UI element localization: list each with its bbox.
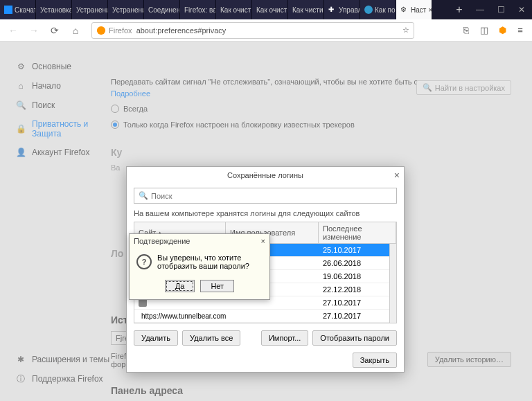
search-icon: 🔍: [139, 191, 148, 200]
question-icon: ?: [136, 254, 152, 269]
tab-9[interactable]: ✚Управл: [324, 0, 360, 19]
library-icon[interactable]: ⎘: [459, 23, 474, 38]
tab-favicon-icon: [4, 6, 12, 14]
settings-search-placeholder: Найти в настройках: [435, 84, 505, 92]
confirm-close-button[interactable]: ×: [261, 237, 265, 245]
confirm-dialog: Подтверждение × ? Вы уверены, что хотите…: [129, 233, 270, 300]
new-tab-button[interactable]: +: [449, 0, 470, 19]
dialog-close-button[interactable]: ×: [394, 170, 400, 181]
url-bar[interactable]: Firefox about:preferences#privacy ☆: [91, 22, 414, 39]
url-address: about:preferences#privacy: [136, 26, 402, 35]
table-row[interactable]: https://www.tunnelbear.com27.10.2017: [134, 310, 389, 323]
tracking-only-blocked[interactable]: Только когда Firefox настроен на блокиро…: [111, 119, 511, 131]
search-icon: 🔍: [15, 100, 26, 111]
tracking-more-link[interactable]: Подробнее: [111, 89, 150, 98]
sidebar-item-search[interactable]: 🔍Поиск: [15, 96, 111, 115]
tab-2[interactable]: Устранени: [72, 0, 108, 19]
settings-sidebar: ⚙Основные ⌂Начало 🔍Поиск 🔒Приватность и …: [0, 42, 111, 401]
tab-0[interactable]: Скачать: [0, 0, 36, 19]
home-button[interactable]: ⌂: [66, 21, 85, 39]
confirm-title: Подтверждение: [134, 237, 190, 245]
dialog-subtitle: На вашем компьютере хранятся логины для …: [134, 209, 397, 217]
close-dialog-button[interactable]: Закрыть: [353, 353, 397, 368]
tracking-always[interactable]: Всегда: [111, 103, 511, 115]
tab-6[interactable]: Как очист: [216, 0, 252, 19]
dialog-title-bar: Сохранённые логины ×: [127, 167, 404, 184]
extension-icon[interactable]: ⬢: [495, 23, 510, 38]
col-date[interactable]: Последнее изменение: [319, 222, 396, 243]
addressbar-section: Панель адреса: [111, 385, 511, 396]
remove-all-button[interactable]: Удалить все: [182, 330, 240, 346]
close-tab-icon[interactable]: ×: [426, 6, 432, 14]
cookies-heading: Ку: [111, 147, 511, 158]
help-icon: ⓘ: [15, 373, 26, 384]
svg-point-0: [97, 26, 105, 34]
bookmark-star-icon[interactable]: ☆: [402, 26, 409, 35]
sidebar-item-extensions[interactable]: ✱Расширения и темы: [15, 350, 109, 369]
gear-icon: ⚙: [15, 61, 26, 72]
show-passwords-button[interactable]: Отобразить пароли: [312, 330, 397, 346]
forward-button[interactable]: →: [25, 21, 43, 39]
minimize-button[interactable]: —: [470, 0, 490, 19]
tab-4[interactable]: Соединени: [144, 0, 180, 19]
nav-toolbar: ← → ⟳ ⌂ Firefox about:preferences#privac…: [0, 19, 532, 42]
sidebar-item-privacy[interactable]: 🔒Приватность и Защита: [15, 115, 111, 143]
sidebar-item-general[interactable]: ⚙Основные: [15, 57, 111, 76]
addressbar-heading: Панель адреса: [111, 385, 511, 396]
menu-icon[interactable]: ≡: [513, 23, 528, 38]
firefox-icon: [96, 26, 106, 35]
remove-button[interactable]: Удалить: [134, 330, 178, 346]
import-button[interactable]: Импорт...: [261, 330, 308, 346]
scrollbar[interactable]: [389, 244, 396, 323]
content-area: ⚙Основные ⌂Начало 🔍Поиск 🔒Приватность и …: [0, 42, 532, 401]
globe-icon: [364, 6, 373, 14]
tab-11[interactable]: ⚙Наст×: [396, 0, 432, 19]
dialog-actions: Удалить Удалить все Импорт... Отобразить…: [134, 330, 397, 346]
sidebar-item-home[interactable]: ⌂Начало: [15, 76, 111, 96]
logins-search[interactable]: 🔍: [134, 188, 397, 204]
search-icon: 🔍: [423, 83, 432, 92]
gear-icon: ⚙: [400, 6, 409, 14]
url-identity: Firefox: [109, 26, 132, 35]
tab-5[interactable]: Firefox: ваш: [180, 0, 216, 19]
tab-7[interactable]: Как очисти: [252, 0, 288, 19]
confirm-no-button[interactable]: Нет: [200, 280, 234, 292]
sidebar-icon[interactable]: ◫: [477, 23, 492, 38]
maximize-button[interactable]: ☐: [490, 0, 511, 19]
close-window-button[interactable]: ✕: [511, 0, 532, 19]
tab-3[interactable]: Устранени: [108, 0, 144, 19]
tab-1[interactable]: Установка: [36, 0, 72, 19]
radio-icon: [111, 105, 119, 113]
sidebar-item-support[interactable]: ⓘПоддержка Firefox: [15, 369, 109, 389]
confirm-yes-button[interactable]: Да: [165, 280, 195, 292]
tab-10[interactable]: Как по: [360, 0, 396, 19]
radio-checked-icon: [111, 121, 119, 129]
window-controls: — ☐ ✕: [470, 0, 532, 19]
dialog-title: Сохранённые логины: [227, 171, 303, 179]
lock-icon: 🔒: [15, 123, 26, 134]
reload-button[interactable]: ⟳: [46, 21, 64, 39]
puzzle-icon: ✱: [15, 354, 26, 365]
tab-8[interactable]: Как чисти: [288, 0, 324, 19]
puzzle-icon: ✚: [328, 6, 337, 14]
tab-strip: Скачать Установка Устранени Устранени Со…: [0, 0, 449, 19]
user-icon: 👤: [15, 147, 26, 158]
confirm-text: Вы уверены, что хотите отобразить ваши п…: [157, 253, 263, 270]
confirm-title-bar: Подтверждение ×: [130, 234, 269, 248]
home-icon: ⌂: [15, 80, 26, 91]
logins-search-input[interactable]: [151, 192, 392, 200]
clear-history-button[interactable]: Удалить историю…: [427, 352, 511, 367]
sidebar-item-account[interactable]: 👤Аккаунт Firefox: [15, 143, 111, 162]
settings-search[interactable]: 🔍 Найти в настройках: [416, 80, 511, 95]
title-bar: Скачать Установка Устранени Устранени Со…: [0, 0, 532, 19]
back-button[interactable]: ←: [4, 21, 22, 39]
